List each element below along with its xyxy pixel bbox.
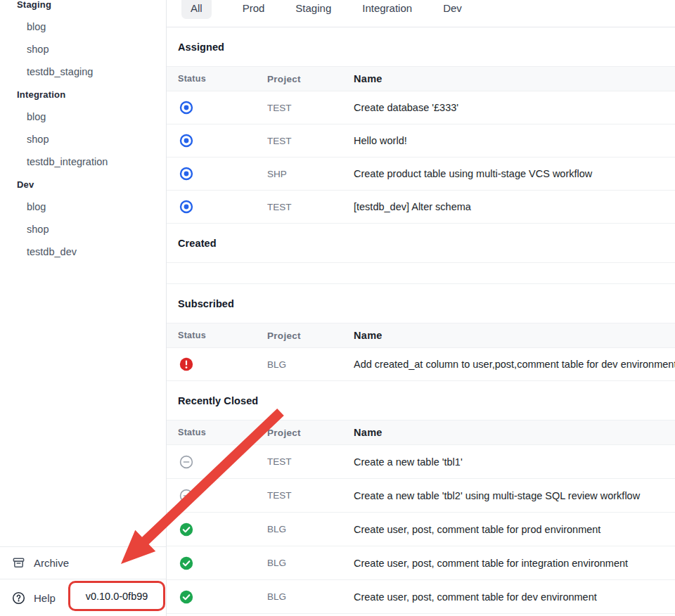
status-cell bbox=[178, 556, 267, 570]
issue-row[interactable]: BLG Create user, post, comment table for… bbox=[167, 580, 675, 614]
help-label: Help bbox=[34, 592, 56, 604]
tab-staging[interactable]: Staging bbox=[295, 0, 331, 19]
minus-circle-icon bbox=[179, 455, 193, 469]
issue-name: Add created_at column to user,post,comme… bbox=[354, 359, 675, 370]
issue-row[interactable]: BLG Add created_at column to user,post,c… bbox=[167, 348, 675, 381]
status-cell bbox=[178, 167, 267, 181]
check-circle-icon bbox=[179, 556, 193, 570]
status-cell bbox=[178, 489, 267, 503]
sidebar-item-blog[interactable]: blog bbox=[0, 105, 166, 128]
tab-integration[interactable]: Integration bbox=[362, 0, 412, 19]
archive-button[interactable]: Archive bbox=[0, 546, 166, 579]
column-name: Name bbox=[354, 330, 675, 341]
project-cell: TEST bbox=[267, 103, 354, 113]
status-cell bbox=[178, 590, 267, 604]
column-status: Status bbox=[178, 331, 267, 340]
table-header: Status Project Name bbox=[167, 323, 675, 348]
sidebar-item-shop[interactable]: shop bbox=[0, 128, 166, 150]
minus-circle-icon bbox=[179, 489, 193, 503]
issue-name: Create database '£333' bbox=[354, 102, 675, 113]
environment-tabbar: AllProdStagingIntegrationDev bbox=[167, 0, 675, 27]
sidebar: Stagingblogshoptestdb_stagingIntegration… bbox=[0, 0, 167, 616]
exclamation-circle-icon bbox=[179, 357, 193, 371]
issue-section: Recently Closed Status Project Name TEST… bbox=[167, 381, 675, 614]
issue-name: Create a new table 'tbl2' using multi-st… bbox=[354, 490, 675, 501]
tab-all[interactable]: All bbox=[181, 0, 212, 19]
annotation-highlight-box: v0.10.0-0fb99 bbox=[68, 581, 165, 611]
circle-dot-icon bbox=[179, 134, 193, 148]
circle-dot-icon bbox=[179, 101, 193, 115]
sidebar-item-testdb_integration[interactable]: testdb_integration bbox=[0, 150, 166, 173]
issue-row[interactable]: SHP Create product table using multi-sta… bbox=[167, 158, 675, 191]
sidebar-item-testdb_staging[interactable]: testdb_staging bbox=[0, 60, 166, 83]
issue-name: Create user, post, comment table for pro… bbox=[354, 524, 675, 535]
table-header: Status Project Name bbox=[167, 420, 675, 445]
column-project: Project bbox=[267, 74, 354, 84]
issue-row[interactable]: BLG Create user, post, comment table for… bbox=[167, 513, 675, 546]
sidebar-item-testdb_dev[interactable]: testdb_dev bbox=[0, 240, 166, 263]
project-cell: SHP bbox=[267, 169, 354, 179]
issue-name: Create a new table 'tbl1' bbox=[354, 456, 675, 468]
status-cell bbox=[178, 455, 267, 469]
status-cell bbox=[178, 357, 267, 371]
project-cell: BLG bbox=[267, 524, 354, 534]
question-circle-icon bbox=[12, 591, 25, 605]
table-body: BLG Add created_at column to user,post,c… bbox=[167, 348, 675, 381]
issue-row[interactable]: TEST [testdb_dev] Alter schema bbox=[167, 191, 675, 224]
circle-dot-icon bbox=[179, 167, 193, 181]
issue-name: Create user, post, comment table for int… bbox=[354, 558, 675, 569]
column-project: Project bbox=[267, 331, 354, 341]
tab-prod[interactable]: Prod bbox=[243, 0, 265, 19]
issue-name: Create user, post, comment table for dev… bbox=[354, 591, 675, 603]
column-status: Status bbox=[178, 74, 267, 84]
issue-row[interactable]: BLG Create user, post, comment table for… bbox=[167, 546, 675, 580]
project-cell: BLG bbox=[267, 558, 354, 568]
project-cell: TEST bbox=[267, 490, 354, 501]
issue-name: Hello world! bbox=[354, 135, 675, 146]
tab-dev[interactable]: Dev bbox=[443, 0, 462, 19]
environment-header-dev: Dev bbox=[0, 173, 166, 195]
issue-row[interactable]: TEST Create a new table 'tbl1' bbox=[167, 445, 675, 479]
issue-name: Create product table using multi-stage V… bbox=[354, 168, 675, 179]
check-circle-icon bbox=[179, 590, 193, 604]
section-title: Created bbox=[167, 224, 675, 262]
status-cell bbox=[178, 200, 267, 214]
table-header bbox=[167, 262, 675, 284]
project-cell: BLG bbox=[267, 591, 354, 602]
project-cell: BLG bbox=[267, 359, 354, 370]
sidebar-item-shop[interactable]: shop bbox=[0, 38, 166, 60]
issue-row[interactable]: TEST Create database '£333' bbox=[167, 91, 675, 124]
column-name: Name bbox=[354, 427, 675, 438]
version-label: v0.10.0-0fb99 bbox=[86, 591, 148, 602]
project-cell: TEST bbox=[267, 202, 354, 212]
issue-section: Assigned Status Project Name TEST Create… bbox=[167, 27, 675, 224]
column-project: Project bbox=[267, 428, 354, 438]
table-body: TEST Create a new table 'tbl1' TEST Crea… bbox=[167, 445, 675, 614]
section-title: Recently Closed bbox=[167, 381, 675, 420]
main-content: AllProdStagingIntegrationDev Assigned St… bbox=[167, 0, 675, 616]
table-header: Status Project Name bbox=[167, 66, 675, 91]
issue-name: [testdb_dev] Alter schema bbox=[354, 201, 675, 212]
check-circle-icon bbox=[179, 522, 193, 537]
project-cell: TEST bbox=[267, 456, 354, 467]
section-title: Assigned bbox=[167, 27, 675, 66]
column-status: Status bbox=[178, 428, 267, 437]
sidebar-item-blog[interactable]: blog bbox=[0, 15, 166, 38]
issue-section: Subscribed Status Project Name BLG Add c… bbox=[167, 284, 675, 381]
column-name: Name bbox=[354, 73, 675, 84]
status-cell bbox=[178, 101, 267, 115]
issue-row[interactable]: TEST Create a new table 'tbl2' using mul… bbox=[167, 479, 675, 513]
app-window: Stagingblogshoptestdb_stagingIntegration… bbox=[0, 0, 675, 616]
environment-header-integration: Integration bbox=[0, 83, 166, 105]
table-body: TEST Create database '£333' TEST Hello w… bbox=[167, 91, 675, 224]
archive-box-icon bbox=[12, 556, 25, 570]
environment-header-staging: Staging bbox=[0, 0, 166, 15]
status-cell bbox=[178, 134, 267, 148]
section-title: Subscribed bbox=[167, 284, 675, 323]
issue-section: Created bbox=[167, 224, 675, 284]
issue-row[interactable]: TEST Hello world! bbox=[167, 124, 675, 158]
sidebar-item-blog[interactable]: blog bbox=[0, 195, 166, 218]
issue-sections: Assigned Status Project Name TEST Create… bbox=[167, 27, 675, 614]
sidebar-item-shop[interactable]: shop bbox=[0, 218, 166, 240]
circle-dot-icon bbox=[179, 200, 193, 214]
